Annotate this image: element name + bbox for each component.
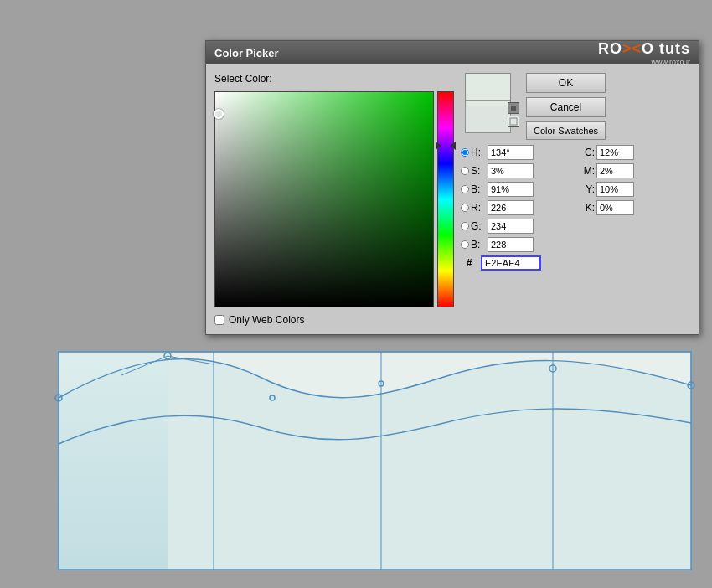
label-m: M: [578, 165, 595, 177]
radio-b-hsb[interactable] [461, 185, 469, 193]
color-gradient-picker[interactable] [214, 91, 434, 307]
select-color-label: Select Color: [214, 73, 454, 85]
label-h: H: [471, 147, 486, 158]
field-row-s: S: [461, 163, 573, 178]
field-row-k: K: [578, 200, 690, 215]
radio-g[interactable] [461, 222, 469, 230]
hue-slider[interactable] [437, 91, 454, 307]
svg-rect-2 [59, 352, 168, 570]
hex-label: # [461, 257, 479, 269]
field-row-r: R: [461, 200, 573, 215]
color-boxes [461, 73, 519, 132]
only-web-colors-label: Only Web Colors [229, 314, 304, 326]
label-y: Y: [578, 183, 595, 195]
fields-left: H: S: B: [461, 145, 573, 271]
color-swatches-button[interactable]: Color Swatches [526, 121, 606, 140]
radio-s[interactable] [461, 167, 469, 175]
input-r[interactable] [488, 200, 534, 215]
color-mode-icon-light[interactable] [508, 116, 519, 127]
label-b-rgb: B: [471, 239, 486, 250]
only-web-colors-row: Only Web Colors [214, 314, 454, 326]
only-web-colors-checkbox[interactable] [214, 315, 224, 325]
hue-arrow-left [436, 142, 441, 150]
input-g[interactable] [488, 219, 534, 234]
input-b-hsb[interactable] [488, 182, 534, 197]
picker-right-panel: OK Cancel Color Swatches H: [461, 73, 690, 326]
brand-website: www.roxo.ir [598, 58, 690, 66]
hue-arrow-right [450, 142, 456, 150]
input-k[interactable] [596, 200, 634, 215]
cancel-button[interactable]: Cancel [526, 97, 606, 117]
dialog-body: Select Color: [206, 64, 699, 334]
label-c: C: [578, 147, 595, 158]
label-s: S: [471, 165, 486, 177]
input-m[interactable] [596, 163, 634, 178]
hex-input[interactable] [481, 255, 541, 271]
picker-left-panel: Select Color: [214, 73, 454, 326]
radio-b-rgb[interactable] [461, 240, 469, 249]
radio-r[interactable] [461, 204, 469, 212]
color-preview-area [461, 73, 519, 135]
field-row-c: C: [578, 145, 690, 160]
dialog-titlebar: Color Picker RO><O tuts www.roxo.ir [206, 41, 699, 64]
label-r: R: [471, 202, 486, 214]
brand-name: RO><O tuts [598, 40, 690, 58]
gradient-dark-overlay [215, 92, 433, 307]
gradient-area [214, 91, 454, 307]
label-g: G: [471, 220, 486, 232]
input-b-rgb[interactable] [488, 237, 534, 252]
field-row-b-hsb: B: [461, 182, 573, 197]
brand-arrows: >< [622, 40, 642, 57]
color-picker-dialog: Color Picker RO><O tuts www.roxo.ir Sele… [205, 40, 699, 335]
label-k: K: [578, 202, 595, 214]
fields-right: C: M: Y: K: [578, 145, 690, 271]
radio-h[interactable] [461, 148, 469, 157]
hex-row: # [461, 255, 573, 271]
dialog-title: Color Picker [214, 47, 279, 59]
color-mode-icons [508, 102, 519, 127]
field-row-b-rgb: B: [461, 237, 573, 252]
field-row-y: Y: [578, 182, 690, 197]
input-c[interactable] [596, 145, 634, 160]
buttons-area: OK Cancel Color Swatches [526, 73, 606, 140]
color-mode-icon-dark[interactable] [508, 102, 519, 114]
picker-circle[interactable] [214, 109, 224, 119]
hue-slider-container [437, 91, 454, 307]
field-row-h: H: [461, 145, 573, 160]
brand-block: RO><O tuts www.roxo.ir [598, 40, 690, 66]
input-h[interactable] [488, 145, 534, 160]
ok-button[interactable]: OK [526, 73, 606, 93]
field-row-g: G: [461, 219, 573, 234]
field-row-m: M: [578, 163, 690, 178]
top-right-area: OK Cancel Color Swatches [461, 73, 690, 140]
gradient-canvas[interactable] [214, 91, 434, 307]
input-y[interactable] [596, 182, 634, 197]
fields-area: H: S: B: [461, 145, 690, 271]
color-current-preview [465, 100, 511, 133]
input-s[interactable] [488, 163, 534, 178]
label-b-hsb: B: [471, 183, 486, 195]
